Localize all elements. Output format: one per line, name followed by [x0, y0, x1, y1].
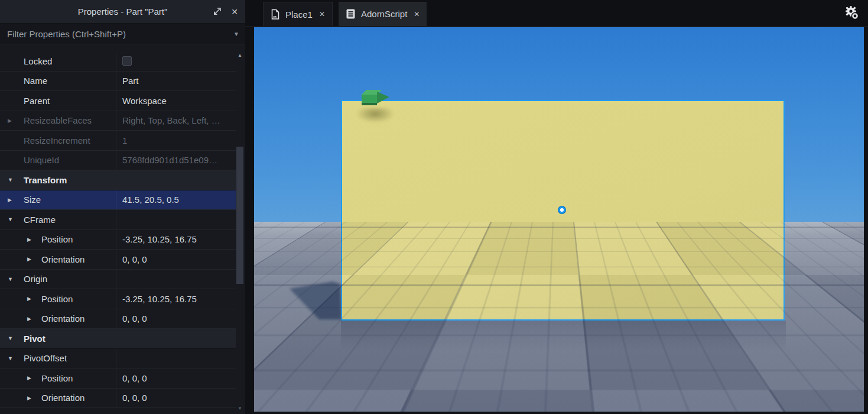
pivot-indicator[interactable] — [558, 206, 565, 214]
property-value-cell[interactable]: Workspace — [116, 91, 236, 111]
property-name-cell: ▼CFrame — [0, 210, 116, 229]
property-label: Position — [0, 294, 73, 304]
property-row-position[interactable]: ▶Position-3.25, 10.25, 16.75 — [0, 289, 236, 309]
property-name-cell: UniqueId — [0, 151, 116, 170]
section-row-transform[interactable]: ▼Transform — [0, 170, 236, 190]
property-value[interactable]: 0, 0, 0 — [122, 313, 147, 324]
float-window-icon[interactable] — [211, 6, 223, 18]
expand-arrow-icon[interactable]: ▶ — [27, 256, 31, 262]
property-label: Origin — [0, 274, 47, 284]
property-row-parent[interactable]: ParentWorkspace — [0, 91, 236, 111]
property-value-cell[interactable] — [116, 51, 236, 71]
expand-arrow-icon[interactable]: ▶ — [27, 316, 31, 322]
property-row-position[interactable]: ▶Position0, 0, 0 — [0, 368, 236, 389]
property-row-pivotoffset[interactable]: ▼PivotOffset — [0, 349, 236, 369]
property-value-cell[interactable]: -3.25, 10.25, 16.75 — [116, 289, 236, 309]
property-label: Orientation — [0, 254, 84, 264]
property-value[interactable]: Workspace — [122, 96, 167, 106]
tab-place1[interactable]: Place1 ✕ — [263, 2, 333, 26]
scroll-up-icon[interactable]: ▲ — [236, 50, 244, 60]
property-name-cell: ▶Position — [0, 368, 116, 388]
property-label: Orientation — [0, 313, 84, 324]
property-value-cell[interactable] — [116, 210, 236, 229]
property-row-orientation[interactable]: ▶Orientation0, 0, 0 — [0, 250, 236, 270]
property-name-cell: ▶Position — [0, 230, 116, 250]
property-row-cframe[interactable]: ▼CFrame — [0, 210, 236, 230]
property-value-cell[interactable]: 0, 0, 0 — [116, 389, 236, 408]
property-name-cell: ▶ResizeableFaces — [0, 111, 116, 131]
plugin-gear-icon[interactable] — [843, 4, 861, 22]
3d-viewport[interactable] — [254, 27, 864, 412]
property-value-cell[interactable]: Part — [116, 72, 236, 91]
property-name-cell: ▼PivotOffset — [0, 349, 116, 368]
property-label: Parent — [0, 96, 50, 106]
filter-properties-input[interactable]: Filter Properties (Ctrl+Shift+P) ▼ — [0, 24, 245, 44]
tab-close-icon[interactable]: ✕ — [318, 10, 325, 18]
scrollbar[interactable]: ▲ ▼ — [236, 50, 244, 413]
move-arrow-adornment[interactable] — [358, 85, 395, 111]
property-row-size[interactable]: ▶Size41.5, 20.5, 0.5 — [0, 190, 236, 211]
property-row-origin[interactable]: ▼Origin — [0, 270, 236, 290]
property-label: Position — [0, 234, 73, 244]
property-row-orientation[interactable]: ▶Orientation0, 0, 0 — [0, 309, 236, 329]
property-value[interactable]: 41.5, 20.5, 0.5 — [122, 195, 179, 205]
property-label: Orientation — [0, 393, 84, 403]
property-value-cell[interactable] — [116, 349, 236, 368]
expand-arrow-icon[interactable]: ▶ — [27, 395, 31, 401]
property-name-cell: ResizeIncrement — [0, 131, 116, 150]
tab-adornscript[interactable]: AdornScript ✕ — [339, 2, 427, 26]
property-value[interactable]: 1 — [122, 135, 127, 145]
property-name-cell: Name — [0, 72, 116, 91]
tab-label: AdornScript — [361, 9, 407, 19]
property-value[interactable]: -3.25, 10.25, 16.75 — [122, 294, 197, 304]
property-name-cell: ▶Position — [0, 289, 116, 309]
tab-close-icon[interactable]: ✕ — [412, 10, 420, 18]
property-value-cell[interactable]: 0, 0, 0 — [116, 368, 236, 388]
collapse-arrow-icon[interactable]: ▼ — [8, 355, 13, 361]
property-value[interactable]: Part — [122, 76, 139, 86]
property-row-resizeablefaces[interactable]: ▶ResizeableFacesRight, Top, Back, Left, … — [0, 111, 236, 131]
property-value-cell[interactable]: 1 — [116, 131, 236, 150]
collapse-arrow-icon[interactable]: ▼ — [8, 335, 13, 341]
locked-checkbox[interactable] — [122, 56, 132, 66]
property-value[interactable]: -3.25, 10.25, 16.75 — [122, 234, 197, 244]
close-icon[interactable]: ✕ — [229, 6, 240, 18]
expand-arrow-icon[interactable]: ▶ — [8, 118, 12, 124]
collapse-arrow-icon[interactable]: ▼ — [8, 276, 13, 282]
property-value-cell[interactable]: 41.5, 20.5, 0.5 — [116, 190, 236, 210]
property-value[interactable]: 0, 0, 0 — [122, 393, 147, 403]
scroll-thumb[interactable] — [236, 147, 243, 284]
section-row-pivot[interactable]: ▼Pivot — [0, 329, 236, 349]
collapse-arrow-icon[interactable]: ▼ — [8, 177, 13, 183]
filter-dropdown-icon[interactable]: ▼ — [233, 31, 239, 37]
property-value[interactable]: 5768fdd901d1d51e09… — [122, 155, 217, 165]
property-value-cell[interactable]: Right, Top, Back, Left, … — [116, 111, 236, 131]
property-row-orientation[interactable]: ▶Orientation0, 0, 0 — [0, 389, 236, 409]
property-value[interactable]: Right, Top, Back, Left, … — [122, 115, 220, 125]
property-row-position[interactable]: ▶Position-3.25, 10.25, 16.75 — [0, 230, 236, 250]
property-row-name[interactable]: NamePart — [0, 72, 236, 92]
property-row-uniqueid[interactable]: UniqueId5768fdd901d1d51e09… — [0, 151, 236, 171]
scroll-down-icon[interactable]: ▼ — [236, 403, 244, 413]
collapse-arrow-icon[interactable]: ▼ — [8, 216, 13, 222]
property-value[interactable]: 0, 0, 0 — [122, 373, 147, 383]
property-value-cell[interactable] — [116, 270, 236, 289]
property-label: Locked — [0, 56, 52, 66]
property-value-cell[interactable]: 0, 0, 0 — [116, 250, 236, 269]
property-label: Size — [0, 195, 41, 205]
document-tabbar: Place1 ✕ AdornScript ✕ — [245, 0, 868, 27]
property-value-cell[interactable]: 0, 0, 0 — [116, 309, 236, 329]
place-icon — [271, 9, 280, 20]
property-value-cell[interactable]: -3.25, 10.25, 16.75 — [116, 230, 236, 250]
property-value[interactable]: 0, 0, 0 — [122, 254, 147, 264]
expand-arrow-icon[interactable]: ▶ — [27, 237, 31, 242]
property-value-cell[interactable]: 5768fdd901d1d51e09… — [116, 151, 236, 170]
expand-arrow-icon[interactable]: ▶ — [27, 375, 31, 381]
property-label: UniqueId — [0, 155, 59, 165]
property-name-cell: ▶Orientation — [0, 389, 116, 408]
property-row-locked[interactable]: Locked — [0, 51, 236, 72]
expand-arrow-icon[interactable]: ▶ — [27, 296, 31, 302]
property-label: ResizeIncrement — [0, 135, 90, 145]
expand-arrow-icon[interactable]: ▶ — [8, 197, 12, 203]
property-row-resizeincrement[interactable]: ResizeIncrement1 — [0, 131, 236, 151]
